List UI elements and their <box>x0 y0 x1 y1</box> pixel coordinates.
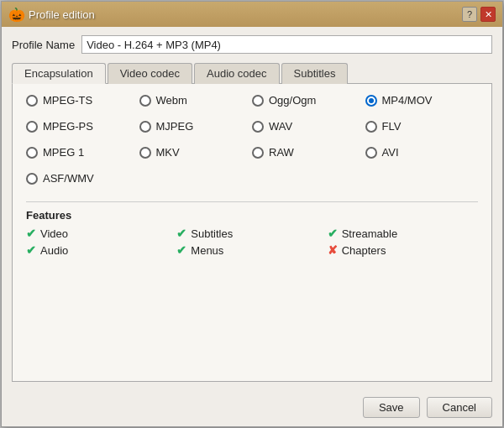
feature-label-subtitles: Subtitles <box>191 227 233 240</box>
footer: Save Cancel <box>2 390 502 426</box>
profile-edition-window: 🎃 Profile edition ? ✕ Profile Name Encap… <box>1 1 503 427</box>
check-icon-audio: ✔ <box>26 243 36 257</box>
label-asf-wmv: ASF/WMV <box>43 172 94 185</box>
option-asf-wmv[interactable]: ASF/WMV <box>26 172 139 185</box>
label-mpeg-1: MPEG 1 <box>43 146 84 159</box>
encapsulation-options: MPEG-TS Webm Ogg/Ogm MP4/MOV <box>26 94 478 185</box>
label-mpeg-ts: MPEG-TS <box>43 94 92 107</box>
feature-label-streamable: Streamable <box>342 227 397 240</box>
radio-mkv[interactable] <box>139 147 151 159</box>
option-wav[interactable]: WAV <box>252 120 365 133</box>
features-section: Features ✔ Video ✔ Subtitles ✔ Streamabl <box>26 201 478 257</box>
features-title: Features <box>26 209 478 222</box>
close-button[interactable]: ✕ <box>480 7 496 22</box>
radio-mp4-mov[interactable] <box>365 95 377 107</box>
radio-flv[interactable] <box>365 121 377 133</box>
radio-mpeg-1[interactable] <box>26 147 38 159</box>
feature-chapters: ✘ Chapters <box>328 243 478 257</box>
label-mpeg-ps: MPEG-PS <box>43 120 93 133</box>
label-mkv: MKV <box>156 146 180 159</box>
profile-name-input[interactable] <box>81 35 492 54</box>
check-icon-subtitles: ✔ <box>176 227 186 240</box>
title-bar-controls: ? ✕ <box>462 7 496 22</box>
title-bar-left: 🎃 Profile edition <box>8 7 95 22</box>
label-raw: RAW <box>269 146 294 159</box>
option-mkv[interactable]: MKV <box>139 146 253 159</box>
radio-webm[interactable] <box>139 95 151 107</box>
feature-label-audio: Audio <box>40 244 68 257</box>
radio-wav[interactable] <box>252 121 264 133</box>
feature-menus: ✔ Menus <box>176 243 327 257</box>
radio-ogg-ogm[interactable] <box>252 95 264 107</box>
option-mp4-mov[interactable]: MP4/MOV <box>365 94 479 107</box>
feature-label-menus: Menus <box>191 244 223 257</box>
option-ogg-ogm[interactable]: Ogg/Ogm <box>252 94 365 107</box>
check-icon-menus: ✔ <box>176 243 186 257</box>
vlc-icon: 🎃 <box>8 7 24 22</box>
tab-audio-codec[interactable]: Audio codec <box>194 63 280 84</box>
help-button[interactable]: ? <box>462 7 477 22</box>
option-mpeg-ts[interactable]: MPEG-TS <box>26 94 139 107</box>
option-avi[interactable]: AVI <box>365 146 479 159</box>
feature-audio: ✔ Audio <box>26 243 176 257</box>
encapsulation-panel: MPEG-TS Webm Ogg/Ogm MP4/MOV <box>12 84 492 382</box>
feature-subtitles: ✔ Subtitles <box>176 227 327 240</box>
feature-streamable: ✔ Streamable <box>328 227 478 240</box>
check-icon-streamable: ✔ <box>328 227 338 240</box>
cross-icon-chapters: ✘ <box>328 243 338 257</box>
cancel-button[interactable]: Cancel <box>427 397 492 418</box>
label-avi: AVI <box>382 146 399 159</box>
check-icon-video: ✔ <box>26 227 36 240</box>
tab-video-codec[interactable]: Video codec <box>108 63 192 84</box>
label-wav: WAV <box>269 120 292 133</box>
radio-mpeg-ps[interactable] <box>26 121 38 133</box>
radio-asf-wmv[interactable] <box>26 173 38 185</box>
main-content: Profile Name Encapsulation Video codec A… <box>2 27 502 390</box>
option-mpeg-1[interactable]: MPEG 1 <box>26 146 139 159</box>
tab-headers: Encapsulation Video codec Audio codec Su… <box>12 62 492 84</box>
option-webm[interactable]: Webm <box>139 94 253 107</box>
label-flv: FLV <box>382 120 402 133</box>
option-raw[interactable]: RAW <box>252 146 365 159</box>
label-mp4-mov: MP4/MOV <box>382 94 433 107</box>
label-webm: Webm <box>156 94 187 107</box>
option-flv[interactable]: FLV <box>365 120 479 133</box>
feature-label-chapters: Chapters <box>342 244 386 257</box>
title-bar: 🎃 Profile edition ? ✕ <box>2 2 502 27</box>
tab-subtitles[interactable]: Subtitles <box>281 63 349 84</box>
option-mpeg-ps[interactable]: MPEG-PS <box>26 120 139 133</box>
features-grid: ✔ Video ✔ Subtitles ✔ Streamable ✔ <box>26 227 478 257</box>
profile-name-row: Profile Name <box>12 35 492 54</box>
tab-encapsulation[interactable]: Encapsulation <box>12 63 106 84</box>
save-button[interactable]: Save <box>363 397 420 418</box>
label-ogg-ogm: Ogg/Ogm <box>269 94 316 107</box>
radio-mjpeg[interactable] <box>139 121 151 133</box>
radio-avi[interactable] <box>365 147 377 159</box>
radio-mpeg-ts[interactable] <box>26 95 38 107</box>
label-mjpeg: MJPEG <box>156 120 194 133</box>
window-title: Profile edition <box>29 8 95 21</box>
profile-name-label: Profile Name <box>12 39 75 51</box>
tabs-container: Encapsulation Video codec Audio codec Su… <box>12 62 492 382</box>
feature-label-video: Video <box>40 227 68 240</box>
option-mjpeg[interactable]: MJPEG <box>139 120 253 133</box>
feature-video: ✔ Video <box>26 227 176 240</box>
radio-raw[interactable] <box>252 147 264 159</box>
